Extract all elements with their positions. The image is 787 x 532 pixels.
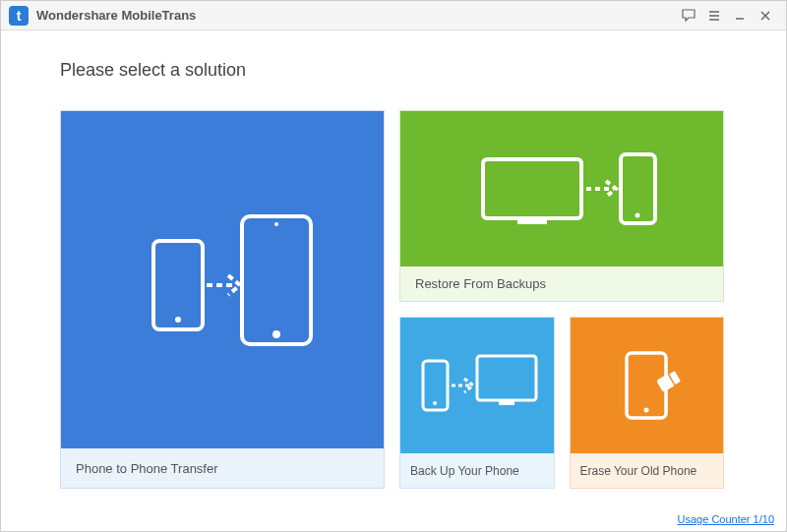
minimize-button[interactable]	[727, 3, 753, 29]
svg-point-14	[644, 408, 649, 413]
svg-point-3	[272, 330, 280, 338]
app-logo: t	[9, 6, 29, 26]
card-restore[interactable]: Restore From Backups	[399, 110, 724, 302]
erase-icon	[571, 318, 724, 453]
card-label: Phone to Phone Transfer	[61, 448, 384, 488]
svg-rect-11	[477, 356, 536, 400]
titlebar: t Wondershare MobileTrans	[1, 1, 786, 30]
card-label: Restore From Backups	[400, 266, 723, 301]
svg-rect-5	[483, 159, 581, 218]
footer: Usage Counter 1/10	[1, 507, 786, 531]
svg-point-8	[636, 213, 640, 218]
app-title: Wondershare MobileTrans	[36, 8, 196, 23]
usage-counter-link[interactable]: Usage Counter 1/10	[678, 513, 774, 525]
svg-rect-12	[499, 400, 515, 405]
backup-icon	[400, 318, 554, 453]
card-label: Erase Your Old Phone	[571, 453, 724, 488]
card-phone-to-phone[interactable]: Phone to Phone Transfer	[60, 110, 385, 489]
card-erase[interactable]: Erase Your Old Phone	[570, 317, 725, 489]
svg-rect-7	[621, 154, 655, 223]
solution-grid: Phone to Phone Transfer Restore From Bac…	[60, 110, 727, 489]
svg-rect-0	[153, 241, 203, 329]
svg-point-10	[433, 401, 437, 405]
card-label: Back Up Your Phone	[400, 453, 554, 488]
main-content: Please select a solution Phone to Phone …	[1, 30, 786, 507]
menu-button[interactable]	[701, 3, 727, 29]
phone-to-phone-icon	[61, 111, 384, 448]
svg-rect-6	[517, 218, 547, 224]
svg-point-1	[175, 317, 181, 323]
page-heading: Please select a solution	[60, 60, 727, 81]
feedback-button[interactable]	[676, 3, 701, 29]
card-backup[interactable]: Back Up Your Phone	[399, 317, 555, 489]
restore-icon	[400, 111, 723, 266]
close-button[interactable]	[753, 3, 778, 29]
svg-point-4	[274, 222, 278, 226]
svg-rect-2	[242, 216, 311, 344]
